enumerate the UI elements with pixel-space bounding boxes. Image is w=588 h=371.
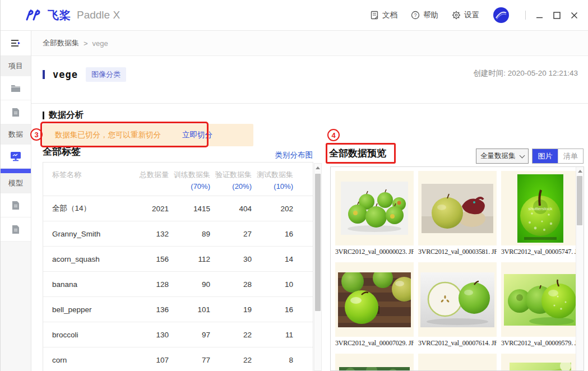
label-name-cell: broccoli bbox=[43, 331, 127, 339]
minimize-icon[interactable] bbox=[536, 12, 543, 19]
scrollbar-thumb[interactable] bbox=[315, 174, 321, 311]
count-cell: 22 bbox=[210, 356, 252, 364]
settings-button[interactable]: 设置 bbox=[452, 10, 479, 20]
count-cell: 136 bbox=[127, 305, 169, 314]
count-cell: 128 bbox=[127, 280, 169, 289]
split-notice-bar: 数据集已切分，您可以重新切分 立即切分 bbox=[43, 124, 253, 146]
app-window: 飞桨 Paddle X 文档 ? 帮助 bbox=[0, 0, 588, 371]
count-cell: 10 bbox=[252, 280, 293, 289]
count-cell: 8 bbox=[252, 356, 293, 364]
section-accent-bar bbox=[43, 112, 44, 119]
breadcrumb: 全部数据集 > vege bbox=[31, 31, 588, 56]
dataset-type-badge: 图像分类 bbox=[86, 67, 126, 82]
sidebar-item-project-detail[interactable] bbox=[1, 100, 31, 124]
sidebar-item-project-list[interactable] bbox=[1, 76, 31, 100]
sidebar-item-model-detail[interactable] bbox=[1, 217, 31, 242]
count-cell: 1415 bbox=[169, 205, 210, 213]
avatar-icon[interactable] bbox=[493, 7, 510, 24]
preview-item[interactable] bbox=[335, 354, 414, 371]
breadcrumb-root[interactable]: 全部数据集 bbox=[43, 38, 79, 48]
table-row[interactable]: banana128902810 bbox=[43, 272, 313, 297]
sidebar-item-dataset-active[interactable] bbox=[1, 145, 31, 169]
chevron-down-icon bbox=[520, 152, 525, 158]
preview-filename: 3VRC2012_val_00005747. JF bbox=[501, 245, 580, 258]
label-name-cell: corn bbox=[43, 356, 127, 364]
annotation-number-3: 3 bbox=[30, 128, 43, 141]
label-name-cell: bell_pepper bbox=[43, 305, 127, 314]
preview-thumb bbox=[418, 354, 497, 371]
scroll-up-arrow-icon[interactable] bbox=[576, 167, 584, 175]
count-cell: 130 bbox=[127, 331, 169, 339]
table-row[interactable]: corn10777228 bbox=[43, 347, 313, 371]
annotation-number-4: 4 bbox=[327, 129, 340, 141]
app-logo[interactable]: 飞桨 Paddle X bbox=[25, 8, 120, 23]
preview-item[interactable]: 3VRC2012_val_00009579. JF bbox=[501, 262, 580, 349]
sidebar-group-data: 数据 bbox=[1, 124, 31, 145]
table-row[interactable]: broccoli130972211 bbox=[43, 322, 313, 347]
scrollbar-thumb[interactable] bbox=[577, 176, 582, 225]
breadcrumb-separator: > bbox=[84, 39, 88, 48]
preview-item[interactable] bbox=[418, 354, 497, 371]
count-cell: 27 bbox=[210, 230, 252, 238]
preview-scrollbar[interactable] bbox=[576, 167, 584, 370]
analysis-section-title: 数据分析 bbox=[43, 109, 84, 121]
sidebar-group-project: 项目 bbox=[1, 56, 31, 76]
split-notice-text: 数据集已切分，您可以重新切分 bbox=[55, 130, 161, 140]
preview-item[interactable]: 3VRC2012_val_00003581. JF bbox=[418, 171, 497, 258]
preview-filename: 3VRC2012_val_00009579. JF bbox=[501, 337, 580, 349]
count-cell: 90 bbox=[169, 280, 210, 289]
table-row[interactable]: acorn_squash1561123014 bbox=[43, 247, 313, 272]
preview-item[interactable]: 3VRC2012_val_00007614. JF bbox=[418, 262, 497, 349]
preview-item[interactable] bbox=[501, 354, 580, 371]
table-scrollbar[interactable] bbox=[314, 163, 322, 371]
gear-icon bbox=[452, 11, 461, 20]
file-icon bbox=[12, 225, 20, 234]
preview-filename: 3VRC2012_val_00007029. JF bbox=[335, 337, 414, 349]
dataset-filter-dropdown[interactable]: 全量数据集 bbox=[476, 149, 529, 164]
dataset-header: vege 图像分类 创建时间: 2020-05-20 12:21:43 bbox=[31, 56, 588, 104]
title-accent-bar bbox=[43, 70, 45, 79]
class-distribution-link[interactable]: 类别分布图 bbox=[222, 150, 313, 160]
count-cell: 30 bbox=[210, 255, 252, 263]
dataset-name: vege bbox=[53, 69, 78, 80]
label-name-cell: Granny_Smith bbox=[43, 230, 127, 238]
view-toggle: 图片 清单 bbox=[532, 149, 584, 164]
view-image-button[interactable]: 图片 bbox=[533, 149, 558, 163]
brand-en: Paddle X bbox=[77, 9, 120, 21]
count-cell: 28 bbox=[210, 280, 252, 289]
table-row[interactable]: 全部（14）20211415404202 bbox=[43, 196, 313, 221]
divider bbox=[525, 11, 526, 20]
preview-filename: 3VRC2012_val_00007614. JF bbox=[418, 337, 497, 349]
sidebar: 项目 数据 bbox=[1, 31, 31, 371]
file-icon bbox=[12, 201, 20, 210]
preview-thumb bbox=[501, 262, 580, 337]
maximize-icon[interactable] bbox=[553, 12, 561, 19]
question-circle-icon: ? bbox=[411, 11, 420, 20]
view-list-button[interactable]: 清单 bbox=[558, 149, 583, 163]
paddle-logo-icon bbox=[25, 9, 44, 21]
preview-thumb bbox=[335, 262, 414, 337]
preview-item[interactable]: 3VRC2012_val_00000023. JF bbox=[335, 171, 414, 258]
table-row[interactable]: Granny_Smith132892716 bbox=[43, 221, 313, 247]
menu-toggle-button[interactable] bbox=[1, 31, 31, 56]
dataset-filter-value: 全量数据集 bbox=[480, 151, 516, 161]
preview-item[interactable]: shutterstock 3VRC2012_val_00005747. JF bbox=[501, 171, 580, 258]
count-cell: 16 bbox=[252, 305, 293, 314]
help-label: 帮助 bbox=[423, 10, 438, 20]
column-header: 验证数据集(20%) bbox=[210, 170, 252, 191]
preview-section-title: 全部数据预览 bbox=[329, 147, 386, 160]
docs-button[interactable]: 文档 bbox=[370, 10, 397, 20]
column-header: 标签名称 bbox=[43, 170, 127, 191]
count-cell: 16 bbox=[252, 230, 293, 238]
scroll-up-arrow-icon[interactable] bbox=[314, 164, 321, 171]
label-name-cell: acorn_squash bbox=[43, 255, 127, 263]
sidebar-item-model-list[interactable] bbox=[1, 193, 31, 217]
close-icon[interactable] bbox=[571, 12, 578, 19]
split-now-link[interactable]: 立即切分 bbox=[182, 130, 212, 140]
count-cell: 14 bbox=[252, 255, 293, 263]
column-header: 训练数据集(70%) bbox=[169, 170, 210, 191]
help-button[interactable]: ? 帮助 bbox=[411, 10, 438, 20]
preview-thumb bbox=[501, 354, 580, 371]
table-row[interactable]: bell_pepper1361011916 bbox=[43, 297, 313, 322]
preview-item[interactable]: 3VRC2012_val_00007029. JF bbox=[335, 262, 414, 349]
